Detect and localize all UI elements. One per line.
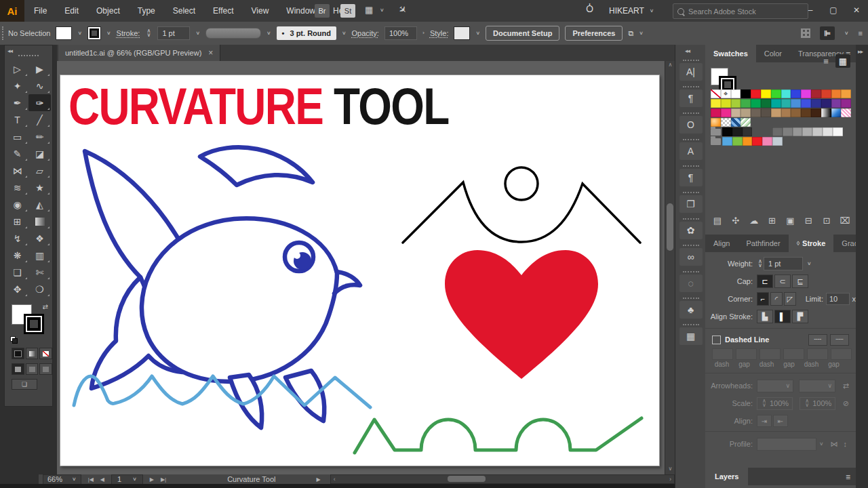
swatch[interactable]: [743, 137, 753, 146]
menu-view[interactable]: View: [252, 6, 269, 16]
dash-input-3[interactable]: [807, 348, 828, 360]
brushes-panel-icon[interactable]: ◌: [679, 274, 703, 292]
dock-gripper[interactable]: [683, 139, 699, 140]
control-panel-menu-icon[interactable]: ≡: [859, 29, 863, 37]
paintbrush-tool[interactable]: ✏: [28, 128, 51, 145]
draw-normal-button[interactable]: [12, 363, 24, 375]
stroke-indicator[interactable]: [24, 314, 44, 334]
workspace-switcher-icon[interactable]: ⊫: [820, 26, 835, 40]
swatch[interactable]: [761, 89, 771, 98]
swatch[interactable]: [802, 127, 812, 136]
adobe-stock-search[interactable]: Search Adobe Stock: [673, 3, 808, 19]
swatch[interactable]: [752, 137, 762, 146]
eyedropper-tool[interactable]: ↯: [6, 230, 28, 247]
menu-select[interactable]: Select: [173, 6, 195, 16]
swatch[interactable]: [761, 99, 771, 108]
miter-join-button[interactable]: ⌐: [757, 292, 769, 306]
align-stroke-inside-button[interactable]: ▙: [757, 310, 773, 323]
artboard[interactable]: CURVATURE TOOL: [60, 75, 660, 466]
illustrator-logo[interactable]: Ai: [0, 0, 24, 22]
control-bar-gripper[interactable]: [2, 26, 5, 40]
dash-input-2[interactable]: [760, 348, 781, 360]
swatch-registration[interactable]: ⌖: [721, 89, 731, 98]
vertical-scroll-thumb[interactable]: [667, 203, 673, 251]
list-view-icon[interactable]: ≡: [818, 54, 833, 68]
fish-dorsal-fin[interactable]: [200, 147, 313, 185]
menu-object[interactable]: Object: [96, 6, 120, 16]
swatch[interactable]: [731, 108, 741, 117]
layers-panel-menu-icon[interactable]: ≡: [846, 472, 850, 482]
swatch[interactable]: [781, 99, 791, 108]
weight-chevron-icon[interactable]: ∨: [807, 261, 812, 266]
arrange-documents-chevron-icon[interactable]: ∨: [380, 7, 384, 13]
fill-chevron-icon[interactable]: ∨: [77, 30, 82, 36]
none-mode-button[interactable]: [39, 348, 52, 359]
curve-figure-path[interactable]: [403, 182, 640, 243]
dash-input-1[interactable]: [712, 348, 733, 360]
dock-gripper[interactable]: [683, 165, 699, 167]
tab-swatches[interactable]: Swatches: [705, 45, 756, 62]
swatch-none[interactable]: [711, 89, 721, 98]
brush-chevron-icon[interactable]: ∨: [342, 30, 347, 36]
account-menu[interactable]: HIKEART ∨: [609, 0, 654, 22]
round-cap-button[interactable]: ⊂: [774, 274, 791, 288]
swatch[interactable]: [811, 108, 821, 117]
stroke-weight-value[interactable]: 1 pt: [157, 26, 190, 40]
projecting-cap-button[interactable]: ⊑: [792, 274, 808, 288]
menu-window[interactable]: Window: [286, 6, 315, 16]
workspace-chevron-icon[interactable]: ∨: [844, 30, 849, 36]
swatch[interactable]: [801, 89, 811, 98]
magic-wand-tool[interactable]: ✦: [6, 77, 28, 94]
cloud-sync-icon[interactable]: ☁: [747, 216, 761, 226]
dock-gripper[interactable]: [683, 86, 699, 87]
fish-drawing[interactable]: [85, 147, 360, 428]
gpu-performance-icon[interactable]: ✈: [396, 3, 410, 16]
scroll-right-icon[interactable]: ›: [669, 476, 671, 483]
swatch[interactable]: [831, 99, 842, 108]
previous-artboard-icon[interactable]: ◀: [100, 476, 104, 483]
dock-gripper[interactable]: [683, 324, 699, 325]
limit-input[interactable]: 10: [826, 293, 850, 305]
gap-input-2[interactable]: [783, 348, 804, 360]
stroke-link[interactable]: Stroke:: [117, 29, 140, 37]
swatch[interactable]: [821, 99, 831, 108]
delete-swatch-icon[interactable]: ⌧: [838, 216, 852, 226]
preserve-dash-button[interactable]: ╌╌: [808, 334, 827, 346]
brush-definition-dropdown[interactable]: • 3 pt. Round: [277, 26, 336, 40]
dock-gripper[interactable]: [683, 218, 699, 220]
status-flyout-icon[interactable]: ▶: [316, 476, 320, 483]
swatch[interactable]: [841, 89, 851, 98]
arrowhead-end-dropdown[interactable]: ∨: [799, 380, 835, 392]
swatch-options-icon[interactable]: ▣: [783, 216, 797, 226]
dock-gripper[interactable]: [683, 60, 699, 61]
screen-mode-button[interactable]: ❏: [12, 379, 37, 390]
panels-collapse-icon[interactable]: ▸▸: [858, 48, 863, 55]
lasso-tool[interactable]: ∿: [28, 77, 51, 94]
stroke-color-chip[interactable]: [87, 26, 101, 40]
paragraph-panel-icon[interactable]: ¶: [679, 89, 703, 107]
hand-tool[interactable]: ✥: [6, 281, 28, 298]
scale-end-input[interactable]: ∧∨ 100%: [800, 397, 835, 410]
width-tool[interactable]: ≋: [6, 179, 28, 196]
swatch[interactable]: [791, 89, 801, 98]
color-group-folder-icon[interactable]: [711, 129, 721, 136]
menu-type[interactable]: Type: [138, 6, 155, 16]
align-glyph-icon[interactable]: ⧉: [628, 29, 633, 38]
default-fill-stroke-icon[interactable]: [10, 336, 17, 342]
scroll-left-icon[interactable]: ‹: [334, 476, 336, 483]
align-stroke-outside-button[interactable]: ▛: [792, 310, 808, 323]
character-styles-panel-icon[interactable]: A: [679, 142, 703, 160]
shape-builder-tool[interactable]: ◉: [6, 196, 28, 213]
line-segment-tool[interactable]: ╱: [28, 111, 51, 128]
menu-effect[interactable]: Effect: [213, 6, 233, 16]
tab-pathfinder[interactable]: Pathfinder: [738, 235, 788, 252]
artboards-panel-icon[interactable]: ▦: [679, 327, 703, 345]
swatch-libraries-icon[interactable]: ▤: [711, 216, 724, 226]
round-join-button[interactable]: ◜: [770, 292, 783, 306]
puppet-warp-tool[interactable]: ★: [28, 179, 51, 196]
swatch-kinds-icon[interactable]: ⊞: [766, 216, 779, 226]
first-artboard-icon[interactable]: |◀: [88, 476, 94, 483]
stroke-chevron-icon[interactable]: ∨: [106, 30, 111, 36]
align-arrow-tip-button[interactable]: ⇥: [757, 415, 772, 427]
swatch[interactable]: [793, 127, 803, 136]
